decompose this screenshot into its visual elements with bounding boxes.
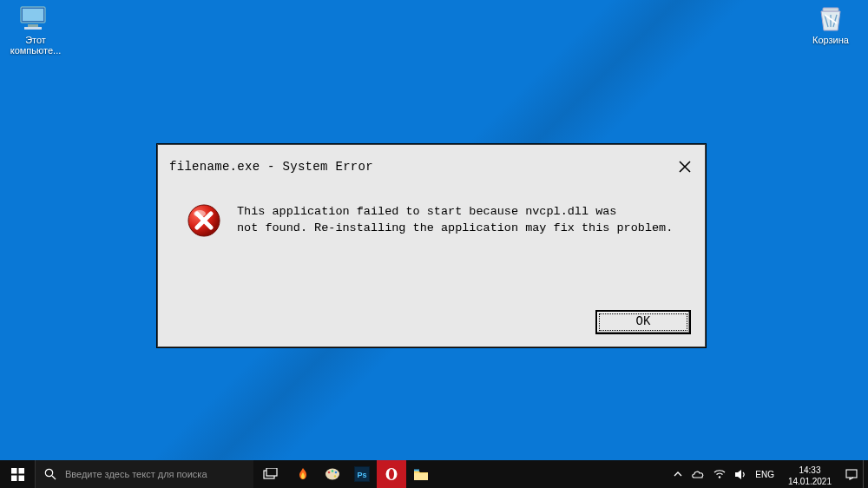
search-icon: [44, 468, 56, 480]
tray-network[interactable]: [713, 469, 726, 479]
search-placeholder: Введите здесь текст для поиска: [65, 469, 207, 479]
dialog-message: This application failed to start because…: [237, 203, 673, 238]
system-tray: ENG 14:33 14.01.2021: [668, 460, 863, 488]
svg-rect-8: [18, 468, 24, 474]
svg-point-15: [328, 472, 331, 474]
svg-point-23: [389, 469, 394, 479]
tray-clock[interactable]: 14:33 14.01.2021: [783, 462, 837, 487]
taskbar: Введите здесь текст для поиска Ps: [0, 460, 868, 488]
svg-rect-10: [18, 475, 24, 481]
flame-icon: [296, 467, 310, 481]
svg-point-11: [45, 469, 52, 476]
svg-point-16: [332, 470, 334, 472]
close-button[interactable]: [676, 158, 694, 175]
taskbar-app-opera[interactable]: [377, 460, 406, 488]
svg-rect-1: [23, 9, 43, 21]
svg-rect-3: [24, 27, 42, 30]
tray-language[interactable]: ENG: [755, 470, 774, 479]
taskbar-app-daemon[interactable]: [288, 460, 318, 488]
palette-icon: [325, 467, 340, 481]
svg-rect-24: [414, 473, 428, 480]
dialog-title: filename.exe - System Error: [169, 160, 373, 174]
desktop-icon-label: Корзина: [812, 35, 849, 45]
svg-rect-2: [28, 24, 38, 27]
chevron-up-icon: [674, 470, 682, 478]
tray-onedrive[interactable]: [691, 470, 705, 479]
svg-point-17: [335, 472, 338, 474]
taskbar-app-paint[interactable]: [318, 460, 347, 488]
windows-logo-icon: [11, 468, 24, 481]
tray-show-hidden[interactable]: [674, 470, 682, 478]
tray-date: 14.01.2021: [788, 476, 832, 487]
tray-volume[interactable]: [734, 469, 746, 480]
svg-rect-27: [846, 470, 857, 478]
svg-rect-9: [11, 475, 17, 481]
wifi-icon: [713, 469, 726, 479]
svg-rect-13: [266, 468, 277, 476]
opera-icon: [385, 467, 398, 481]
error-dialog: filename.exe - System Error: [156, 143, 707, 348]
error-icon: [187, 203, 221, 238]
close-icon: [678, 160, 692, 174]
task-view-icon: [263, 468, 279, 480]
svg-rect-4: [823, 8, 838, 11]
computer-icon: [19, 5, 52, 33]
ok-button[interactable]: OK: [596, 311, 690, 333]
taskbar-app-photoshop[interactable]: Ps: [347, 460, 377, 488]
desktop-icon-this-pc[interactable]: Этот компьюте...: [3, 5, 68, 56]
cloud-icon: [691, 470, 705, 479]
taskbar-app-explorer[interactable]: [406, 460, 436, 488]
desktop-icon-recycle-bin[interactable]: Корзина: [799, 5, 863, 45]
folder-icon: [413, 468, 429, 481]
desktop-icon-label: Этот компьюте...: [10, 35, 62, 56]
search-input[interactable]: Введите здесь текст для поиска: [35, 460, 253, 488]
tray-time: 14:33: [788, 465, 832, 476]
svg-rect-25: [414, 469, 419, 471]
svg-point-26: [719, 476, 720, 478]
photoshop-icon: Ps: [354, 466, 370, 482]
svg-rect-7: [11, 468, 17, 474]
tray-action-center[interactable]: [845, 469, 858, 480]
show-desktop-button[interactable]: [863, 460, 868, 488]
svg-text:Ps: Ps: [357, 471, 366, 479]
speaker-icon: [734, 469, 746, 480]
task-view-button[interactable]: [253, 460, 288, 488]
svg-point-18: [334, 475, 337, 478]
notification-icon: [845, 469, 858, 480]
recycle-bin-icon: [814, 5, 847, 33]
start-button[interactable]: [0, 460, 35, 488]
